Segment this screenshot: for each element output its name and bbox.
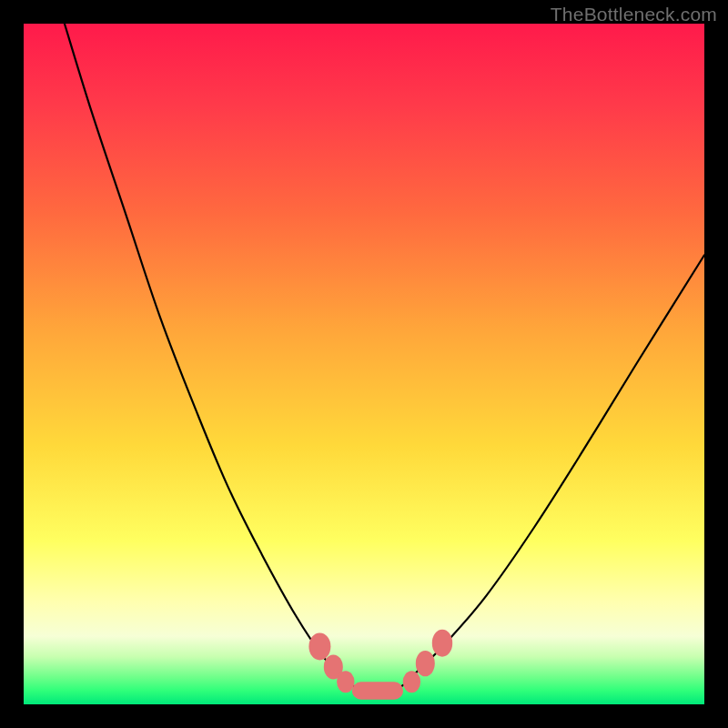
watermark-text: TheBottleneck.com [551,4,717,25]
curve-layer [24,24,704,704]
trough-marker [403,671,420,693]
trough-marker [308,632,330,660]
trough-marker [416,651,435,676]
trough-marker [432,630,452,657]
chart-frame: TheBottleneck.com [0,0,728,728]
trough-markers [308,630,452,700]
trough-marker [337,671,354,693]
plot-area [24,24,704,704]
bottleneck-curve [65,24,704,692]
trough-marker-capsule [352,682,403,699]
